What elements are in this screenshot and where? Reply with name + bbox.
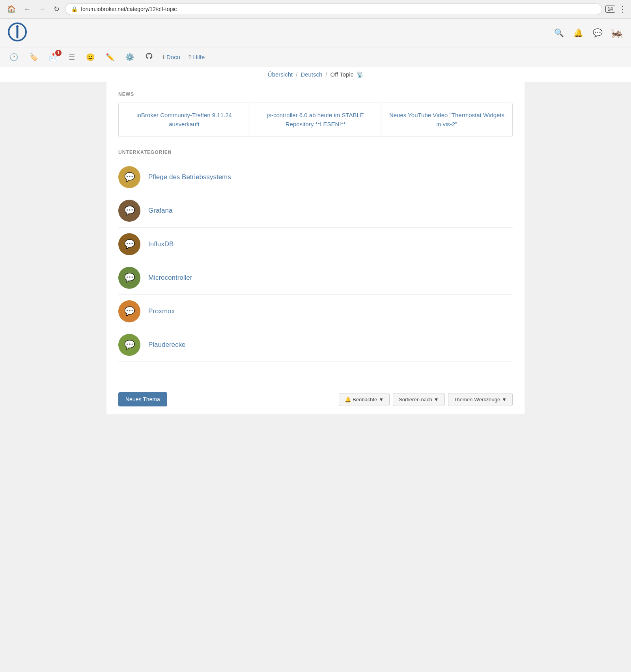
footer-bar: Neues Thema 🔔 Beobachte ▼ Sortieren nach…	[106, 384, 525, 414]
news-card-2[interactable]: Neues YouTube Video "Thermostat Widgets …	[381, 103, 512, 137]
site-logo[interactable]	[8, 22, 27, 43]
watch-button[interactable]: 🔔 Beobachte ▼	[339, 393, 390, 406]
new-topic-button[interactable]: Neues Thema	[118, 392, 167, 406]
search-button[interactable]: 🔍	[553, 26, 566, 39]
watch-dropdown-icon: ▼	[379, 397, 384, 402]
breadcrumb-sep-1: /	[296, 71, 297, 78]
tools-dropdown-icon: ▼	[502, 397, 507, 402]
settings-button[interactable]: ⚙️	[124, 51, 136, 63]
rss-icon[interactable]: 📡	[357, 71, 363, 78]
news-card-link-2[interactable]: Neues YouTube Video "Thermostat Widgets …	[389, 112, 504, 127]
subcategory-item-0[interactable]: 💬 Pflege des Betriebssystems	[118, 161, 513, 194]
notification-bell-button[interactable]: 🔔	[572, 26, 585, 39]
subcategory-item-5[interactable]: 💬 Plauderecke	[118, 328, 513, 362]
chat-button[interactable]: 💬	[591, 26, 604, 39]
breadcrumb-uebersicht[interactable]: Übersicht	[268, 71, 293, 78]
notification-badge: 1	[55, 50, 62, 56]
watch-icon: 🔔	[345, 397, 351, 402]
mascot-icon: 🦗	[610, 27, 623, 39]
news-card-link-1[interactable]: js-controller 6.0 ab heute im STABLE Rep…	[267, 112, 364, 127]
github-button[interactable]	[144, 51, 155, 64]
subcategories-label: UNTERKATEGORIEN	[118, 150, 513, 155]
footer-right-buttons: 🔔 Beobachte ▼ Sortieren nach ▼ Themen-We…	[339, 393, 513, 406]
subcategory-item-4[interactable]: 💬 Proxmox	[118, 295, 513, 328]
category-name-5: Plauderecke	[148, 341, 186, 349]
recent-topics-button[interactable]: 🕐	[8, 51, 20, 63]
sort-dropdown-icon: ▼	[434, 397, 439, 402]
site-header: 🔍 🔔 💬 🦗 🕐 🏷️ 📩 1 ☰ 😐 ✏️ ⚙️ ℹ Docu ? Hilf…	[0, 19, 631, 67]
category-name-2: InfluxDB	[148, 240, 174, 248]
nav-bar: 🕐 🏷️ 📩 1 ☰ 😐 ✏️ ⚙️ ℹ Docu ? Hilfe	[0, 47, 631, 67]
tab-count[interactable]: 14	[605, 6, 615, 13]
url-text: forum.iobroker.net/category/12/off-topic	[81, 6, 596, 12]
back-button[interactable]: ←	[21, 4, 33, 14]
address-bar[interactable]: 🔒 forum.iobroker.net/category/12/off-top…	[65, 3, 602, 15]
news-card-link-0[interactable]: ioBroker Community-Treffen 9.11.24 ausve…	[136, 112, 232, 127]
news-section: NEWS ioBroker Community-Treffen 9.11.24 …	[118, 92, 513, 137]
news-card-1[interactable]: js-controller 6.0 ab heute im STABLE Rep…	[250, 103, 381, 137]
svg-point-2	[16, 25, 19, 28]
subcategory-item-1[interactable]: 💬 Grafana	[118, 194, 513, 228]
category-name-0: Pflege des Betriebssystems	[148, 173, 231, 181]
reload-button[interactable]: ↻	[51, 4, 62, 14]
category-icon-4: 💬	[118, 300, 140, 322]
main-content: NEWS ioBroker Community-Treffen 9.11.24 …	[106, 82, 525, 384]
breadcrumb-deutsch[interactable]: Deutsch	[301, 71, 322, 78]
subcategory-item-3[interactable]: 💬 Microcontroller	[118, 261, 513, 295]
list-button[interactable]: ☰	[67, 51, 77, 63]
category-icon-5: 💬	[118, 334, 140, 356]
category-icon-2: 💬	[118, 233, 140, 255]
forward-button[interactable]: →	[36, 4, 48, 14]
header-icons: 🔍 🔔 💬 🦗	[553, 26, 623, 39]
sort-button[interactable]: Sortieren nach ▼	[393, 393, 444, 406]
category-name-1: Grafana	[148, 207, 172, 215]
compose-button[interactable]: ✏️	[104, 51, 116, 63]
home-button[interactable]: 🏠	[5, 4, 18, 14]
category-name-4: Proxmox	[148, 307, 175, 315]
browser-menu-button[interactable]: ⋮	[618, 4, 626, 14]
lock-icon: 🔒	[71, 6, 78, 12]
subcategory-item-2[interactable]: 💬 InfluxDB	[118, 228, 513, 261]
docu-link[interactable]: ℹ Docu	[162, 54, 180, 61]
notifications-nav-button[interactable]: 📩 1	[47, 51, 59, 63]
news-section-label: NEWS	[118, 92, 513, 97]
category-icon-0: 💬	[118, 166, 140, 188]
subcategories-section: UNTERKATEGORIEN 💬 Pflege des Betriebssys…	[118, 150, 513, 362]
browser-chrome: 🏠 ← → ↻ 🔒 forum.iobroker.net/category/12…	[0, 0, 631, 19]
breadcrumb: Übersicht / Deutsch / Off Topic 📡	[0, 67, 631, 82]
tags-button[interactable]: 🏷️	[28, 51, 39, 63]
emoji-button[interactable]: 😐	[84, 51, 96, 63]
breadcrumb-current: Off Topic	[330, 71, 354, 78]
site-header-top: 🔍 🔔 💬 🦗	[0, 19, 631, 47]
hilfe-link[interactable]: ? Hilfe	[188, 54, 205, 60]
breadcrumb-sep-2: /	[325, 71, 327, 78]
category-icon-1: 💬	[118, 200, 140, 222]
category-icon-3: 💬	[118, 267, 140, 289]
news-card-0[interactable]: ioBroker Community-Treffen 9.11.24 ausve…	[119, 103, 250, 137]
browser-toolbar: 🏠 ← → ↻ 🔒 forum.iobroker.net/category/12…	[0, 0, 631, 18]
tools-button[interactable]: Themen-Werkzeuge ▼	[448, 393, 513, 406]
category-name-3: Microcontroller	[148, 274, 192, 282]
news-cards: ioBroker Community-Treffen 9.11.24 ausve…	[118, 103, 513, 137]
